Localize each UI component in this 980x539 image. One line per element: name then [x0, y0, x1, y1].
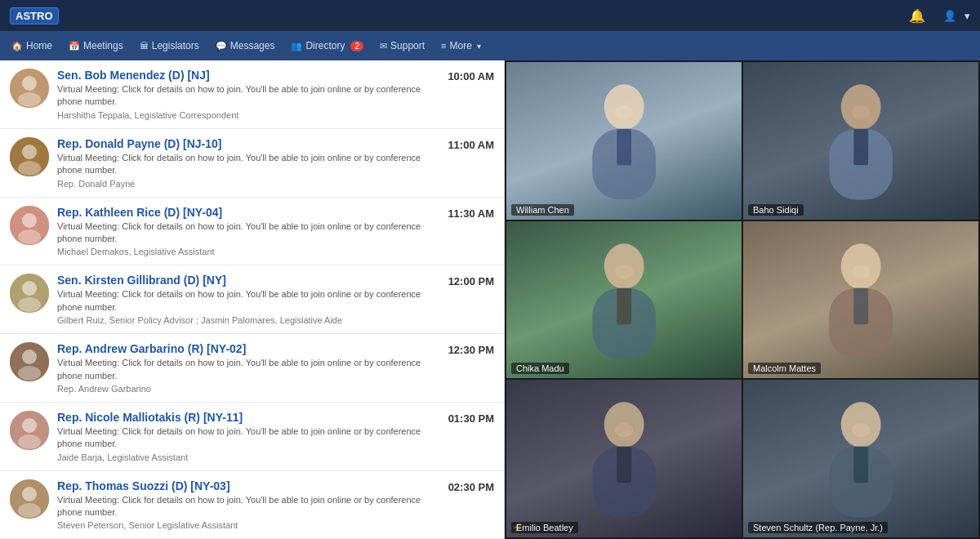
- svg-point-20: [18, 503, 41, 518]
- video-background: ⚡ Emilio Beatley: [506, 380, 742, 537]
- meeting-name: Sen. Kirsten Gillibrand (D) [NY]: [57, 274, 440, 287]
- legislators-icon: 🏛: [140, 41, 149, 51]
- svg-rect-44: [853, 447, 868, 483]
- user-icon: 👤: [943, 10, 956, 22]
- nav-meetings[interactable]: 📅 Meetings: [60, 31, 131, 60]
- avatar: [10, 411, 49, 450]
- meeting-description: Virtual Meeting: Click for details on ho…: [57, 83, 439, 109]
- svg-point-17: [18, 434, 41, 449]
- nav-meetings-label: Meetings: [83, 40, 123, 51]
- video-cell-chika: Chika Madu: [506, 221, 742, 379]
- svg-rect-28: [853, 129, 868, 165]
- avatar: [10, 479, 49, 519]
- meeting-content: Sen. Kirsten Gillibrand (D) [NY] Virtual…: [57, 274, 440, 325]
- video-cell-baho: Baho Sidiqi: [743, 62, 978, 220]
- svg-point-38: [615, 423, 633, 438]
- logo: ASTRO: [10, 7, 59, 24]
- svg-point-5: [18, 161, 41, 176]
- svg-point-7: [22, 213, 37, 228]
- svg-rect-36: [853, 288, 868, 324]
- main-content: Sen. Bob Menendez (D) [NJ] Virtual Meeti…: [0, 60, 980, 539]
- meeting-description: Virtual Meeting: Click for details on ho…: [57, 425, 440, 451]
- video-cell-steven: Steven Schultz (Rep. Payne, Jr.): [743, 380, 978, 537]
- svg-point-14: [18, 366, 41, 381]
- nav-home[interactable]: 🏠 Home: [3, 31, 60, 60]
- meeting-time: 02:30 PM: [448, 479, 494, 493]
- meeting-time: 10:00 AM: [448, 69, 494, 82]
- svg-point-26: [852, 105, 870, 120]
- video-cell-malcolm: Malcolm Mattes: [743, 221, 978, 379]
- svg-point-30: [615, 265, 633, 279]
- nav-directory[interactable]: 👥 Directory 2: [283, 31, 372, 60]
- meeting-content: Rep. Nicole Malliotakis (R) [NY-11] Virt…: [57, 411, 440, 462]
- nav-legislators[interactable]: 🏛 Legislators: [131, 31, 207, 60]
- meeting-content: Rep. Kathleen Rice (D) [NY-04] Virtual M…: [57, 206, 439, 257]
- meeting-time: 11:30 AM: [448, 206, 494, 220]
- directory-icon: 👥: [291, 41, 302, 51]
- meeting-item[interactable]: Sen. Kirsten Gillibrand (D) [NY] Virtual…: [0, 265, 504, 334]
- meeting-staff: Harshitha Teppala, Legislative Correspon…: [57, 110, 439, 120]
- meeting-item[interactable]: Rep. Donald Payne (D) [NJ-10] Virtual Me…: [0, 129, 504, 198]
- meeting-description: Virtual Meeting: Click for details on ho…: [57, 152, 439, 177]
- meeting-staff: Michael Demakos, Legislative Assistant: [57, 247, 439, 256]
- video-participant-name: Emilio Beatley: [511, 522, 578, 533]
- meeting-staff: Rep. Donald Payne: [57, 179, 439, 189]
- nav-more[interactable]: ≡ More ▾: [433, 31, 489, 60]
- meetings-list: Sen. Bob Menendez (D) [NJ] Virtual Meeti…: [0, 60, 505, 539]
- meeting-time: 12:00 PM: [448, 274, 494, 287]
- svg-rect-24: [617, 129, 631, 165]
- meeting-item[interactable]: Rep. Nicole Malliotakis (R) [NY-11] Virt…: [0, 403, 504, 471]
- svg-point-42: [852, 423, 870, 438]
- svg-point-13: [22, 350, 37, 364]
- meeting-content: Rep. Andrew Garbarino (R) [NY-02] Virtua…: [57, 342, 440, 394]
- meetings-icon: 📅: [69, 41, 80, 51]
- video-cell-emilio: ⚡ Emilio Beatley: [506, 380, 742, 537]
- meeting-name: Sen. Bob Menendez (D) [NJ]: [57, 69, 439, 82]
- video-background: Steven Schultz (Rep. Payne, Jr.): [743, 380, 978, 537]
- main-nav: 🏠 Home 📅 Meetings 🏛 Legislators 💬 Messag…: [0, 31, 980, 60]
- app-header: ASTRO 🔔 👤 ▾: [0, 0, 980, 31]
- meeting-name: Rep. Nicole Malliotakis (R) [NY-11]: [57, 411, 440, 424]
- meeting-staff: Jaide Barja, Legislative Assistant: [57, 452, 440, 462]
- more-dropdown-icon: ▾: [477, 42, 481, 51]
- meeting-name: Rep. Andrew Garbarino (R) [NY-02]: [57, 342, 440, 355]
- svg-point-8: [18, 229, 41, 244]
- video-participant-name: William Chen: [511, 204, 574, 216]
- video-background: Chika Madu: [506, 221, 742, 379]
- video-background: Malcolm Mattes: [743, 221, 978, 379]
- meeting-item[interactable]: Sen. Bob Menendez (D) [NJ] Virtual Meeti…: [0, 60, 504, 129]
- support-icon: ✉: [380, 41, 387, 51]
- meeting-staff: Rep. Andrew Garbarino: [57, 384, 440, 394]
- nav-more-label: More: [449, 40, 471, 51]
- notification-bell-icon[interactable]: 🔔: [909, 8, 925, 24]
- messages-icon: 💬: [216, 41, 227, 51]
- user-menu[interactable]: 👤 ▾: [943, 10, 970, 22]
- svg-point-10: [22, 281, 37, 296]
- meeting-item[interactable]: Rep. Andrew Garbarino (R) [NY-02] Virtua…: [0, 334, 504, 403]
- svg-point-34: [852, 265, 870, 279]
- svg-point-19: [22, 487, 37, 501]
- meeting-description: Virtual Meeting: Click for details on ho…: [57, 357, 440, 382]
- nav-home-label: Home: [26, 40, 52, 51]
- svg-point-22: [615, 105, 633, 120]
- svg-point-11: [18, 297, 41, 312]
- meeting-name: Rep. Donald Payne (D) [NJ-10]: [57, 137, 439, 150]
- video-participant-name: Steven Schultz (Rep. Payne, Jr.): [748, 522, 888, 533]
- meeting-time: 01:30 PM: [448, 411, 494, 425]
- meeting-name: Rep. Kathleen Rice (D) [NY-04]: [57, 206, 439, 219]
- nav-messages[interactable]: 💬 Messages: [207, 31, 283, 60]
- meeting-description: Virtual Meeting: Click for details on ho…: [57, 220, 439, 246]
- video-background: William Chen: [506, 62, 742, 220]
- video-grid: William Chen Baho Sidiqi: [505, 60, 980, 539]
- avatar: [10, 342, 49, 381]
- avatar: [10, 206, 49, 245]
- svg-point-1: [22, 76, 37, 91]
- meeting-item[interactable]: Rep. Kathleen Rice (D) [NY-04] Virtual M…: [0, 198, 504, 266]
- meeting-description: Virtual Meeting: Click for details on ho…: [57, 288, 440, 314]
- video-background: Baho Sidiqi: [743, 62, 978, 220]
- nav-support-label: Support: [390, 40, 425, 51]
- video-cell-william: William Chen: [506, 62, 742, 220]
- meeting-staff: Steven Peterson, Senior Legislative Assi…: [57, 520, 440, 530]
- nav-support[interactable]: ✉ Support: [372, 31, 433, 60]
- meeting-item[interactable]: Rep. Thomas Suozzi (D) [NY-03] Virtual M…: [0, 471, 504, 539]
